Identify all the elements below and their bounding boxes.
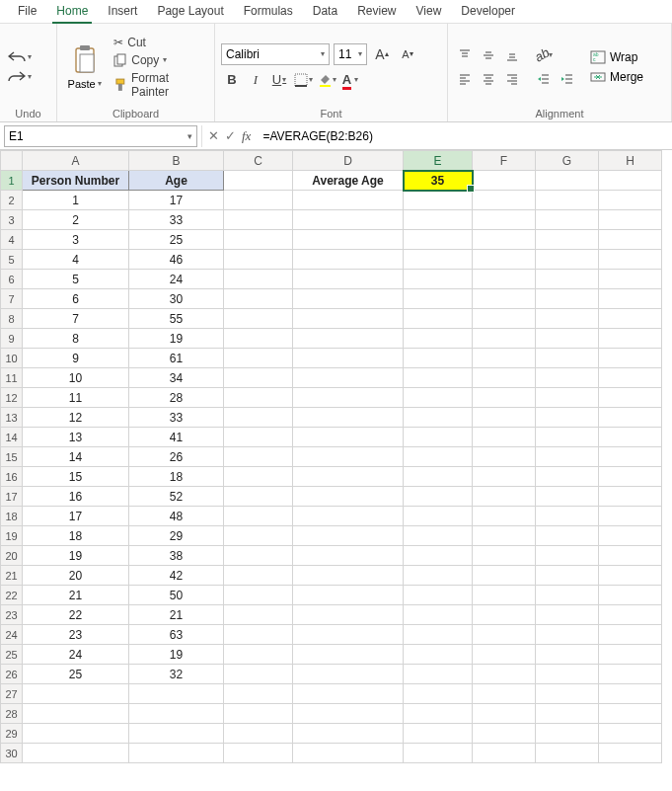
cell-H25[interactable] bbox=[599, 645, 662, 665]
cell-H28[interactable] bbox=[599, 704, 662, 724]
cell-C1[interactable] bbox=[224, 171, 293, 191]
cell-E14[interactable] bbox=[404, 428, 473, 447]
align-center-button[interactable] bbox=[478, 68, 499, 90]
row-header-20[interactable]: 20 bbox=[1, 546, 23, 566]
cell-A15[interactable]: 14 bbox=[23, 447, 129, 467]
cell-F2[interactable] bbox=[473, 191, 536, 210]
cell-D5[interactable] bbox=[293, 250, 404, 270]
cell-F3[interactable] bbox=[473, 210, 536, 230]
row-header-7[interactable]: 7 bbox=[1, 289, 23, 309]
row-header-10[interactable]: 10 bbox=[1, 349, 23, 368]
cell-H8[interactable] bbox=[599, 309, 662, 329]
row-header-15[interactable]: 15 bbox=[1, 447, 23, 467]
cell-A21[interactable]: 20 bbox=[23, 566, 129, 586]
cell-A4[interactable]: 3 bbox=[23, 230, 129, 250]
cell-G5[interactable] bbox=[536, 250, 599, 270]
cell-G24[interactable] bbox=[536, 625, 599, 645]
menu-home[interactable]: Home bbox=[46, 0, 98, 23]
cell-C6[interactable] bbox=[224, 270, 293, 289]
cell-D26[interactable] bbox=[293, 665, 404, 684]
cell-C5[interactable] bbox=[224, 250, 293, 270]
cell-H18[interactable] bbox=[599, 507, 662, 526]
align-right-button[interactable] bbox=[501, 68, 523, 90]
cell-E1[interactable]: 35 bbox=[404, 171, 473, 191]
cell-C29[interactable] bbox=[224, 724, 293, 744]
cell-F4[interactable] bbox=[473, 230, 536, 250]
cell-G7[interactable] bbox=[536, 289, 599, 309]
cell-G15[interactable] bbox=[536, 447, 599, 467]
row-header-27[interactable]: 27 bbox=[1, 684, 23, 704]
cell-B1[interactable]: Age bbox=[129, 171, 224, 191]
cell-F19[interactable] bbox=[473, 526, 536, 546]
cell-E25[interactable] bbox=[404, 645, 473, 665]
paste-button[interactable]: Paste▾ bbox=[63, 44, 106, 90]
cancel-formula-button[interactable]: ✕ bbox=[208, 128, 219, 143]
cell-C22[interactable] bbox=[224, 586, 293, 605]
formula-input[interactable] bbox=[257, 125, 672, 147]
cell-B14[interactable]: 41 bbox=[129, 428, 224, 447]
cell-D10[interactable] bbox=[293, 349, 404, 368]
cell-C26[interactable] bbox=[224, 665, 293, 684]
cell-B17[interactable]: 52 bbox=[129, 487, 224, 507]
cell-A24[interactable]: 23 bbox=[23, 625, 129, 645]
cell-B9[interactable]: 19 bbox=[129, 329, 224, 349]
cell-B6[interactable]: 24 bbox=[129, 270, 224, 289]
cell-G9[interactable] bbox=[536, 329, 599, 349]
cell-H15[interactable] bbox=[599, 447, 662, 467]
cell-D4[interactable] bbox=[293, 230, 404, 250]
col-header-A[interactable]: A bbox=[23, 151, 129, 171]
cell-F20[interactable] bbox=[473, 546, 536, 566]
cell-A13[interactable]: 12 bbox=[23, 408, 129, 428]
cell-G22[interactable] bbox=[536, 586, 599, 605]
cell-D29[interactable] bbox=[293, 724, 404, 744]
format-painter-button[interactable]: Format Painter bbox=[113, 71, 208, 99]
cell-E27[interactable] bbox=[404, 684, 473, 704]
cell-F18[interactable] bbox=[473, 507, 536, 526]
cell-C13[interactable] bbox=[224, 408, 293, 428]
cell-H17[interactable] bbox=[599, 487, 662, 507]
cell-H27[interactable] bbox=[599, 684, 662, 704]
cell-C27[interactable] bbox=[224, 684, 293, 704]
redo-button[interactable]: ▾ bbox=[8, 70, 32, 84]
cell-H21[interactable] bbox=[599, 566, 662, 586]
cell-G3[interactable] bbox=[536, 210, 599, 230]
cell-D22[interactable] bbox=[293, 586, 404, 605]
bold-button[interactable]: B bbox=[221, 69, 243, 91]
cell-E3[interactable] bbox=[404, 210, 473, 230]
cell-F28[interactable] bbox=[473, 704, 536, 724]
cell-H6[interactable] bbox=[599, 270, 662, 289]
cut-button[interactable]: ✂ Cut bbox=[113, 36, 208, 49]
cell-G8[interactable] bbox=[536, 309, 599, 329]
row-header-13[interactable]: 13 bbox=[1, 408, 23, 428]
cell-D2[interactable] bbox=[293, 191, 404, 210]
cell-B26[interactable]: 32 bbox=[129, 665, 224, 684]
cell-E19[interactable] bbox=[404, 526, 473, 546]
cell-G6[interactable] bbox=[536, 270, 599, 289]
cell-A22[interactable]: 21 bbox=[23, 586, 129, 605]
cell-B19[interactable]: 29 bbox=[129, 526, 224, 546]
cell-H1[interactable] bbox=[599, 171, 662, 191]
cell-C10[interactable] bbox=[224, 349, 293, 368]
cell-F15[interactable] bbox=[473, 447, 536, 467]
menu-developer[interactable]: Developer bbox=[451, 0, 525, 23]
cell-C11[interactable] bbox=[224, 368, 293, 388]
row-header-28[interactable]: 28 bbox=[1, 704, 23, 724]
cell-E29[interactable] bbox=[404, 724, 473, 744]
cell-F21[interactable] bbox=[473, 566, 536, 586]
cell-D12[interactable] bbox=[293, 388, 404, 408]
col-header-H[interactable]: H bbox=[599, 151, 662, 171]
cell-E4[interactable] bbox=[404, 230, 473, 250]
cell-G29[interactable] bbox=[536, 724, 599, 744]
cell-H12[interactable] bbox=[599, 388, 662, 408]
cell-G21[interactable] bbox=[536, 566, 599, 586]
cell-A11[interactable]: 10 bbox=[23, 368, 129, 388]
increase-indent-button[interactable] bbox=[557, 68, 578, 90]
cell-E8[interactable] bbox=[404, 309, 473, 329]
cell-G14[interactable] bbox=[536, 428, 599, 447]
cell-E18[interactable] bbox=[404, 507, 473, 526]
cell-D13[interactable] bbox=[293, 408, 404, 428]
cell-C16[interactable] bbox=[224, 467, 293, 487]
orientation-button[interactable]: ab▾ bbox=[533, 44, 555, 66]
cell-D24[interactable] bbox=[293, 625, 404, 645]
cell-A9[interactable]: 8 bbox=[23, 329, 129, 349]
